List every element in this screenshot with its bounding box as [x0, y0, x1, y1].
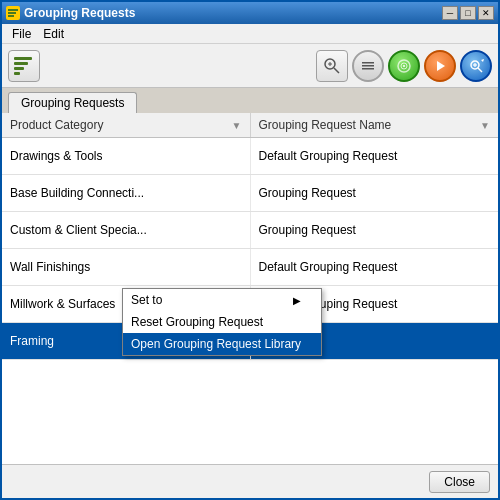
cm-open-library[interactable]: Open Grouping Request Library — [123, 333, 321, 355]
target-button[interactable] — [388, 50, 420, 82]
toolbar — [2, 44, 498, 88]
magnify-icon — [468, 58, 484, 74]
row0-col1: Drawings & Tools — [2, 138, 251, 174]
table-row[interactable]: Drawings & Tools Default Grouping Reques… — [2, 138, 498, 175]
svg-marker-13 — [437, 61, 445, 71]
row1-col1: Base Building Connecti... — [2, 175, 251, 211]
target-icon — [396, 58, 412, 74]
footer: Close — [2, 464, 498, 498]
content-area: Product Category ▼ Grouping Request Name… — [2, 113, 498, 464]
table-row[interactable]: Custom & Client Specia... Grouping Reque… — [2, 212, 498, 249]
title-bar: Grouping Requests ─ □ ✕ — [2, 2, 498, 24]
file-menu[interactable]: File — [6, 26, 37, 42]
svg-rect-8 — [362, 65, 374, 67]
close-button[interactable]: ✕ — [478, 6, 494, 20]
submenu-arrow: ▶ — [293, 295, 301, 306]
play-button[interactable] — [424, 50, 456, 82]
window-icon — [6, 6, 20, 20]
col1-filter-icon[interactable]: ▼ — [232, 120, 242, 131]
col2-header: Grouping Request Name ▼ — [251, 113, 499, 137]
row1-col2: Grouping Request — [251, 175, 499, 211]
svg-rect-9 — [362, 68, 374, 70]
cm-set-to[interactable]: Set to ▶ — [123, 289, 321, 311]
col2-filter-icon[interactable]: ▼ — [480, 120, 490, 131]
row3-col2: Default Grouping Request — [251, 249, 499, 285]
context-menu: Set to ▶ Reset Grouping Request Open Gro… — [122, 288, 322, 356]
svg-rect-0 — [8, 9, 18, 11]
search-icon — [323, 57, 341, 75]
sort-button[interactable] — [8, 50, 40, 82]
row2-col2: Grouping Request — [251, 212, 499, 248]
play-icon — [433, 59, 447, 73]
svg-line-15 — [478, 68, 482, 72]
hamburger-icon — [360, 58, 376, 74]
edit-menu[interactable]: Edit — [37, 26, 70, 42]
table-row[interactable]: Base Building Connecti... Grouping Reque… — [2, 175, 498, 212]
zoom-button[interactable] — [460, 50, 492, 82]
toolbar-left — [8, 50, 312, 82]
main-window: Grouping Requests ─ □ ✕ File Edit — [0, 0, 500, 500]
title-bar-left: Grouping Requests — [6, 6, 135, 20]
menubar: File Edit — [2, 24, 498, 44]
table-row[interactable]: Wall Finishings Default Grouping Request — [2, 249, 498, 286]
close-button[interactable]: Close — [429, 471, 490, 493]
row3-col1: Wall Finishings — [2, 249, 251, 285]
row2-col1: Custom & Client Specia... — [2, 212, 251, 248]
restore-button[interactable]: □ — [460, 6, 476, 20]
window-title: Grouping Requests — [24, 6, 135, 20]
table-header: Product Category ▼ Grouping Request Name… — [2, 113, 498, 138]
col1-header: Product Category ▼ — [2, 113, 251, 137]
svg-point-12 — [403, 65, 405, 67]
cm-reset[interactable]: Reset Grouping Request — [123, 311, 321, 333]
menu-button[interactable] — [352, 50, 384, 82]
tabs-area: Grouping Requests — [2, 88, 498, 113]
grouping-requests-tab[interactable]: Grouping Requests — [8, 92, 137, 113]
toolbar-right — [316, 50, 492, 82]
row0-col2: Default Grouping Request — [251, 138, 499, 174]
title-buttons: ─ □ ✕ — [442, 6, 494, 20]
svg-rect-7 — [362, 62, 374, 64]
svg-rect-1 — [8, 12, 16, 14]
search-button[interactable] — [316, 50, 348, 82]
svg-rect-2 — [8, 15, 14, 17]
svg-line-4 — [334, 68, 339, 73]
minimize-button[interactable]: ─ — [442, 6, 458, 20]
sort-icon — [10, 52, 38, 80]
